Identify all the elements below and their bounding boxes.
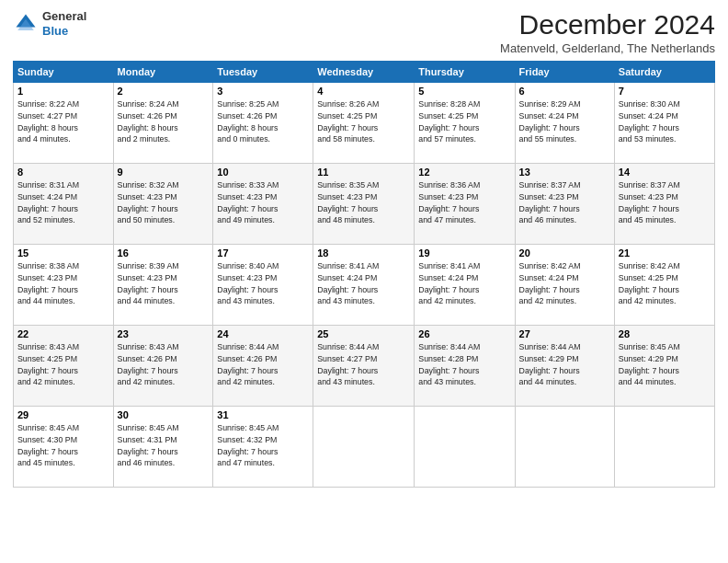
day-number: 26 xyxy=(418,328,510,339)
weekday-header-tuesday: Tuesday xyxy=(213,62,313,83)
day-info: Sunrise: 8:25 AMSunset: 4:26 PMDaylight:… xyxy=(217,98,309,145)
calendar-cell: 26Sunrise: 8:44 AMSunset: 4:28 PMDayligh… xyxy=(415,326,515,407)
day-number: 20 xyxy=(519,247,610,259)
week-row-4: 22Sunrise: 8:43 AMSunset: 4:25 PMDayligh… xyxy=(14,326,715,407)
day-number: 16 xyxy=(118,247,210,259)
weekday-header-row: SundayMondayTuesdayWednesdayThursdayFrid… xyxy=(14,62,715,83)
week-row-5: 29Sunrise: 8:45 AMSunset: 4:30 PMDayligh… xyxy=(14,407,715,488)
calendar-cell: 22Sunrise: 8:43 AMSunset: 4:25 PMDayligh… xyxy=(14,326,114,407)
day-info: Sunrise: 8:45 AMSunset: 4:30 PMDaylight:… xyxy=(17,422,109,469)
week-row-1: 1Sunrise: 8:22 AMSunset: 4:27 PMDaylight… xyxy=(14,83,715,164)
calendar-cell: 16Sunrise: 8:39 AMSunset: 4:23 PMDayligh… xyxy=(113,245,213,326)
week-row-3: 15Sunrise: 8:38 AMSunset: 4:23 PMDayligh… xyxy=(14,245,715,326)
day-info: Sunrise: 8:41 AMSunset: 4:24 PMDaylight:… xyxy=(418,260,510,307)
day-number: 14 xyxy=(619,167,711,178)
day-number: 28 xyxy=(619,328,711,339)
day-number: 11 xyxy=(317,167,410,178)
day-number: 9 xyxy=(118,167,210,178)
calendar-cell: 21Sunrise: 8:42 AMSunset: 4:25 PMDayligh… xyxy=(614,245,714,326)
page: General Blue December 2024 Matenveld, Ge… xyxy=(0,0,728,563)
day-info: Sunrise: 8:29 AMSunset: 4:24 PMDaylight:… xyxy=(519,98,610,145)
day-info: Sunrise: 8:44 AMSunset: 4:29 PMDaylight:… xyxy=(519,341,610,388)
day-info: Sunrise: 8:37 AMSunset: 4:23 PMDaylight:… xyxy=(619,179,711,226)
day-number: 25 xyxy=(317,328,410,339)
calendar-cell: 15Sunrise: 8:38 AMSunset: 4:23 PMDayligh… xyxy=(14,245,114,326)
day-info: Sunrise: 8:37 AMSunset: 4:23 PMDaylight:… xyxy=(519,179,610,226)
logo-general-text: General xyxy=(42,9,86,24)
day-info: Sunrise: 8:44 AMSunset: 4:27 PMDaylight:… xyxy=(317,341,410,388)
day-info: Sunrise: 8:32 AMSunset: 4:23 PMDaylight:… xyxy=(118,179,210,226)
logo-icon xyxy=(13,11,39,37)
calendar-cell: 3Sunrise: 8:25 AMSunset: 4:26 PMDaylight… xyxy=(213,83,313,164)
header: General Blue December 2024 Matenveld, Ge… xyxy=(13,9,715,55)
calendar-cell: 1Sunrise: 8:22 AMSunset: 4:27 PMDaylight… xyxy=(14,83,114,164)
day-info: Sunrise: 8:45 AMSunset: 4:31 PMDaylight:… xyxy=(118,422,210,469)
calendar-cell: 30Sunrise: 8:45 AMSunset: 4:31 PMDayligh… xyxy=(113,407,213,488)
calendar-cell: 25Sunrise: 8:44 AMSunset: 4:27 PMDayligh… xyxy=(313,326,415,407)
day-info: Sunrise: 8:43 AMSunset: 4:26 PMDaylight:… xyxy=(118,341,210,388)
calendar-cell: 12Sunrise: 8:36 AMSunset: 4:23 PMDayligh… xyxy=(415,164,515,245)
day-number: 18 xyxy=(317,247,410,259)
calendar-cell: 29Sunrise: 8:45 AMSunset: 4:30 PMDayligh… xyxy=(14,407,114,488)
day-info: Sunrise: 8:24 AMSunset: 4:26 PMDaylight:… xyxy=(118,98,210,145)
calendar-cell: 24Sunrise: 8:44 AMSunset: 4:26 PMDayligh… xyxy=(213,326,313,407)
day-info: Sunrise: 8:30 AMSunset: 4:24 PMDaylight:… xyxy=(619,98,711,145)
calendar-cell: 2Sunrise: 8:24 AMSunset: 4:26 PMDaylight… xyxy=(113,83,213,164)
weekday-header-wednesday: Wednesday xyxy=(313,62,415,83)
weekday-header-sunday: Sunday xyxy=(14,62,114,83)
calendar-cell: 6Sunrise: 8:29 AMSunset: 4:24 PMDaylight… xyxy=(515,83,614,164)
day-info: Sunrise: 8:38 AMSunset: 4:23 PMDaylight:… xyxy=(17,260,109,307)
calendar-cell: 31Sunrise: 8:45 AMSunset: 4:32 PMDayligh… xyxy=(213,407,313,488)
calendar-cell: 17Sunrise: 8:40 AMSunset: 4:23 PMDayligh… xyxy=(213,245,313,326)
day-number: 5 xyxy=(418,86,510,97)
day-number: 15 xyxy=(17,247,109,259)
day-info: Sunrise: 8:35 AMSunset: 4:23 PMDaylight:… xyxy=(317,179,410,226)
day-info: Sunrise: 8:40 AMSunset: 4:23 PMDaylight:… xyxy=(217,260,309,307)
day-number: 8 xyxy=(17,167,109,178)
calendar-cell: 7Sunrise: 8:30 AMSunset: 4:24 PMDaylight… xyxy=(614,83,714,164)
calendar-cell: 13Sunrise: 8:37 AMSunset: 4:23 PMDayligh… xyxy=(515,164,614,245)
day-number: 10 xyxy=(217,167,309,178)
day-info: Sunrise: 8:28 AMSunset: 4:25 PMDaylight:… xyxy=(418,98,510,145)
day-info: Sunrise: 8:45 AMSunset: 4:29 PMDaylight:… xyxy=(619,341,711,388)
weekday-header-saturday: Saturday xyxy=(614,62,714,83)
calendar-cell: 23Sunrise: 8:43 AMSunset: 4:26 PMDayligh… xyxy=(113,326,213,407)
calendar-cell: 20Sunrise: 8:42 AMSunset: 4:24 PMDayligh… xyxy=(515,245,614,326)
day-number: 7 xyxy=(619,86,711,97)
day-number: 4 xyxy=(317,86,410,97)
title-block: December 2024 Matenveld, Gelderland, The… xyxy=(500,9,715,55)
weekday-header-friday: Friday xyxy=(515,62,614,83)
calendar-cell: 5Sunrise: 8:28 AMSunset: 4:25 PMDaylight… xyxy=(415,83,515,164)
day-number: 22 xyxy=(17,328,109,339)
day-info: Sunrise: 8:39 AMSunset: 4:23 PMDaylight:… xyxy=(118,260,210,307)
calendar-cell xyxy=(614,407,714,488)
day-info: Sunrise: 8:44 AMSunset: 4:28 PMDaylight:… xyxy=(418,341,510,388)
calendar-cell: 4Sunrise: 8:26 AMSunset: 4:25 PMDaylight… xyxy=(313,83,415,164)
calendar-cell: 28Sunrise: 8:45 AMSunset: 4:29 PMDayligh… xyxy=(614,326,714,407)
calendar-cell: 27Sunrise: 8:44 AMSunset: 4:29 PMDayligh… xyxy=(515,326,614,407)
day-number: 23 xyxy=(118,328,210,339)
day-info: Sunrise: 8:42 AMSunset: 4:24 PMDaylight:… xyxy=(519,260,610,307)
day-number: 12 xyxy=(418,167,510,178)
location-subtitle: Matenveld, Gelderland, The Netherlands xyxy=(500,41,715,55)
day-info: Sunrise: 8:26 AMSunset: 4:25 PMDaylight:… xyxy=(317,98,410,145)
day-info: Sunrise: 8:31 AMSunset: 4:24 PMDaylight:… xyxy=(17,179,109,226)
day-info: Sunrise: 8:36 AMSunset: 4:23 PMDaylight:… xyxy=(418,179,510,226)
day-number: 3 xyxy=(217,86,309,97)
calendar-cell: 8Sunrise: 8:31 AMSunset: 4:24 PMDaylight… xyxy=(14,164,114,245)
day-info: Sunrise: 8:45 AMSunset: 4:32 PMDaylight:… xyxy=(217,422,309,469)
day-number: 17 xyxy=(217,247,309,259)
month-title: December 2024 xyxy=(500,9,715,40)
calendar-cell: 14Sunrise: 8:37 AMSunset: 4:23 PMDayligh… xyxy=(614,164,714,245)
calendar-cell xyxy=(415,407,515,488)
logo: General Blue xyxy=(13,9,86,38)
day-number: 24 xyxy=(217,328,309,339)
calendar-cell xyxy=(313,407,415,488)
day-number: 21 xyxy=(619,247,711,259)
day-number: 1 xyxy=(17,86,109,97)
weekday-header-monday: Monday xyxy=(113,62,213,83)
day-info: Sunrise: 8:42 AMSunset: 4:25 PMDaylight:… xyxy=(619,260,711,307)
day-info: Sunrise: 8:33 AMSunset: 4:23 PMDaylight:… xyxy=(217,179,309,226)
week-row-2: 8Sunrise: 8:31 AMSunset: 4:24 PMDaylight… xyxy=(14,164,715,245)
day-number: 2 xyxy=(118,86,210,97)
